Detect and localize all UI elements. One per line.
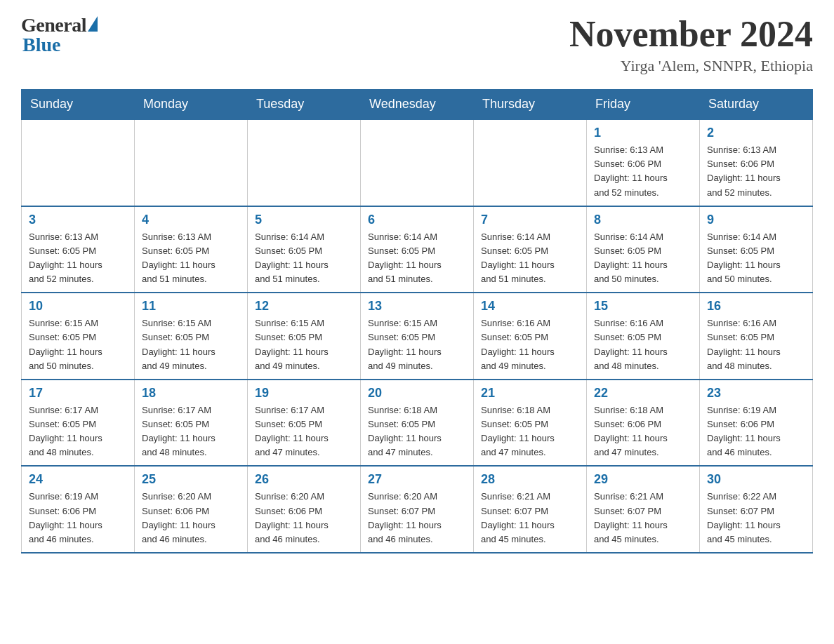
- day-info: Sunrise: 6:15 AMSunset: 6:05 PMDaylight:…: [368, 316, 466, 373]
- day-number: 1: [594, 126, 692, 140]
- day-info: Sunrise: 6:13 AMSunset: 6:06 PMDaylight:…: [594, 143, 692, 200]
- calendar-cell: 8Sunrise: 6:14 AMSunset: 6:05 PMDaylight…: [587, 206, 700, 293]
- day-info: Sunrise: 6:18 AMSunset: 6:05 PMDaylight:…: [368, 403, 466, 460]
- calendar-cell: 21Sunrise: 6:18 AMSunset: 6:05 PMDayligh…: [474, 380, 587, 467]
- day-number: 29: [594, 472, 692, 487]
- calendar-cell: 30Sunrise: 6:22 AMSunset: 6:07 PMDayligh…: [700, 466, 813, 553]
- day-number: 26: [255, 472, 353, 487]
- calendar-cell: [248, 119, 361, 206]
- calendar-cell: 25Sunrise: 6:20 AMSunset: 6:06 PMDayligh…: [135, 466, 248, 553]
- calendar-cell: 9Sunrise: 6:14 AMSunset: 6:05 PMDaylight…: [700, 206, 813, 293]
- calendar-cell: 10Sunrise: 6:15 AMSunset: 6:05 PMDayligh…: [22, 293, 135, 380]
- calendar-day-header: Monday: [135, 90, 248, 120]
- day-info: Sunrise: 6:20 AMSunset: 6:06 PMDaylight:…: [142, 490, 240, 546]
- calendar-cell: 15Sunrise: 6:16 AMSunset: 6:05 PMDayligh…: [587, 293, 700, 380]
- day-info: Sunrise: 6:21 AMSunset: 6:07 PMDaylight:…: [594, 490, 692, 546]
- logo: General Blue: [21, 14, 98, 56]
- day-info: Sunrise: 6:17 AMSunset: 6:05 PMDaylight:…: [142, 403, 240, 460]
- calendar-cell: [22, 119, 135, 206]
- logo-triangle-icon: [88, 16, 98, 32]
- day-number: 17: [29, 386, 127, 401]
- day-info: Sunrise: 6:13 AMSunset: 6:05 PMDaylight:…: [142, 230, 240, 287]
- month-title: November 2024: [569, 14, 813, 54]
- day-info: Sunrise: 6:18 AMSunset: 6:05 PMDaylight:…: [481, 403, 579, 460]
- day-number: 7: [481, 213, 579, 227]
- day-number: 20: [368, 386, 466, 401]
- day-info: Sunrise: 6:13 AMSunset: 6:05 PMDaylight:…: [29, 230, 127, 287]
- day-info: Sunrise: 6:22 AMSunset: 6:07 PMDaylight:…: [707, 490, 805, 546]
- day-number: 9: [707, 213, 805, 227]
- calendar-day-header: Tuesday: [248, 90, 361, 120]
- calendar-cell: 7Sunrise: 6:14 AMSunset: 6:05 PMDaylight…: [474, 206, 587, 293]
- day-number: 6: [368, 213, 466, 227]
- day-info: Sunrise: 6:17 AMSunset: 6:05 PMDaylight:…: [29, 403, 127, 460]
- calendar-week-row: 17Sunrise: 6:17 AMSunset: 6:05 PMDayligh…: [22, 380, 813, 467]
- day-number: 23: [707, 386, 805, 401]
- calendar-day-header: Sunday: [22, 90, 135, 120]
- calendar-cell: 12Sunrise: 6:15 AMSunset: 6:05 PMDayligh…: [248, 293, 361, 380]
- location-text: Yirga 'Alem, SNNPR, Ethiopia: [569, 57, 813, 75]
- day-info: Sunrise: 6:16 AMSunset: 6:05 PMDaylight:…: [707, 316, 805, 373]
- day-number: 2: [707, 126, 805, 140]
- calendar-week-row: 1Sunrise: 6:13 AMSunset: 6:06 PMDaylight…: [22, 119, 813, 206]
- calendar-cell: 20Sunrise: 6:18 AMSunset: 6:05 PMDayligh…: [361, 380, 474, 467]
- calendar-cell: 23Sunrise: 6:19 AMSunset: 6:06 PMDayligh…: [700, 380, 813, 467]
- day-info: Sunrise: 6:14 AMSunset: 6:05 PMDaylight:…: [481, 230, 579, 287]
- day-number: 25: [142, 472, 240, 487]
- day-info: Sunrise: 6:15 AMSunset: 6:05 PMDaylight:…: [29, 316, 127, 373]
- day-number: 13: [368, 299, 466, 314]
- calendar-cell: 16Sunrise: 6:16 AMSunset: 6:05 PMDayligh…: [700, 293, 813, 380]
- day-info: Sunrise: 6:14 AMSunset: 6:05 PMDaylight:…: [255, 230, 353, 287]
- calendar-cell: 27Sunrise: 6:20 AMSunset: 6:07 PMDayligh…: [361, 466, 474, 553]
- calendar-cell: 13Sunrise: 6:15 AMSunset: 6:05 PMDayligh…: [361, 293, 474, 380]
- calendar-header-row: SundayMondayTuesdayWednesdayThursdayFrid…: [22, 90, 813, 120]
- calendar-cell: 24Sunrise: 6:19 AMSunset: 6:06 PMDayligh…: [22, 466, 135, 553]
- day-number: 30: [707, 472, 805, 487]
- calendar-cell: [361, 119, 474, 206]
- day-info: Sunrise: 6:14 AMSunset: 6:05 PMDaylight:…: [368, 230, 466, 287]
- calendar-cell: 29Sunrise: 6:21 AMSunset: 6:07 PMDayligh…: [587, 466, 700, 553]
- day-info: Sunrise: 6:14 AMSunset: 6:05 PMDaylight:…: [594, 230, 692, 287]
- day-info: Sunrise: 6:13 AMSunset: 6:06 PMDaylight:…: [707, 143, 805, 200]
- day-number: 16: [707, 299, 805, 314]
- day-number: 18: [142, 386, 240, 401]
- calendar-week-row: 24Sunrise: 6:19 AMSunset: 6:06 PMDayligh…: [22, 466, 813, 553]
- day-number: 10: [29, 299, 127, 314]
- day-info: Sunrise: 6:16 AMSunset: 6:05 PMDaylight:…: [481, 316, 579, 373]
- calendar-cell: [135, 119, 248, 206]
- day-number: 8: [594, 213, 692, 227]
- day-number: 19: [255, 386, 353, 401]
- day-number: 5: [255, 213, 353, 227]
- day-number: 21: [481, 386, 579, 401]
- calendar-week-row: 3Sunrise: 6:13 AMSunset: 6:05 PMDaylight…: [22, 206, 813, 293]
- page-header: General Blue November 2024 Yirga 'Alem, …: [21, 14, 813, 75]
- calendar-cell: 17Sunrise: 6:17 AMSunset: 6:05 PMDayligh…: [22, 380, 135, 467]
- day-info: Sunrise: 6:21 AMSunset: 6:07 PMDaylight:…: [481, 490, 579, 546]
- day-info: Sunrise: 6:20 AMSunset: 6:07 PMDaylight:…: [368, 490, 466, 546]
- day-number: 15: [594, 299, 692, 314]
- calendar-day-header: Wednesday: [361, 90, 474, 120]
- calendar-cell: 1Sunrise: 6:13 AMSunset: 6:06 PMDaylight…: [587, 119, 700, 206]
- day-number: 11: [142, 299, 240, 314]
- day-number: 28: [481, 472, 579, 487]
- calendar-day-header: Friday: [587, 90, 700, 120]
- calendar-cell: 4Sunrise: 6:13 AMSunset: 6:05 PMDaylight…: [135, 206, 248, 293]
- calendar-cell: 2Sunrise: 6:13 AMSunset: 6:06 PMDaylight…: [700, 119, 813, 206]
- day-number: 12: [255, 299, 353, 314]
- calendar-cell: [474, 119, 587, 206]
- logo-blue-text: Blue: [21, 34, 60, 56]
- calendar-cell: 11Sunrise: 6:15 AMSunset: 6:05 PMDayligh…: [135, 293, 248, 380]
- calendar-day-header: Thursday: [474, 90, 587, 120]
- day-info: Sunrise: 6:19 AMSunset: 6:06 PMDaylight:…: [707, 403, 805, 460]
- day-number: 27: [368, 472, 466, 487]
- calendar-cell: 6Sunrise: 6:14 AMSunset: 6:05 PMDaylight…: [361, 206, 474, 293]
- calendar-table: SundayMondayTuesdayWednesdayThursdayFrid…: [21, 89, 813, 554]
- day-number: 24: [29, 472, 127, 487]
- calendar-day-header: Saturday: [700, 90, 813, 120]
- day-info: Sunrise: 6:15 AMSunset: 6:05 PMDaylight:…: [142, 316, 240, 373]
- day-number: 3: [29, 213, 127, 227]
- calendar-cell: 14Sunrise: 6:16 AMSunset: 6:05 PMDayligh…: [474, 293, 587, 380]
- day-info: Sunrise: 6:15 AMSunset: 6:05 PMDaylight:…: [255, 316, 353, 373]
- calendar-cell: 18Sunrise: 6:17 AMSunset: 6:05 PMDayligh…: [135, 380, 248, 467]
- day-number: 4: [142, 213, 240, 227]
